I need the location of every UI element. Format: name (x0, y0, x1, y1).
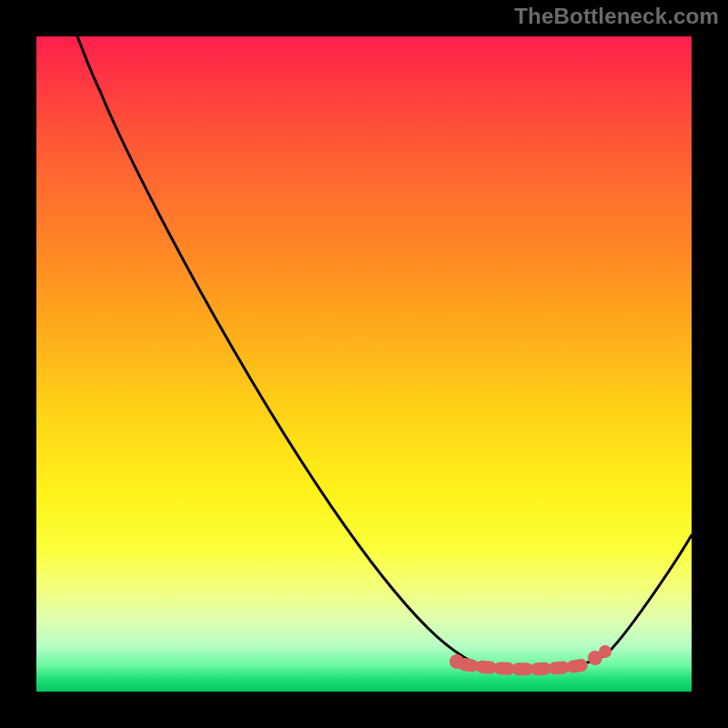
watermark-text: TheBottleneck.com (514, 4, 719, 29)
chart-stage: TheBottleneck.com (0, 0, 728, 728)
optimal-range-highlight (450, 645, 612, 669)
curve-left-branch (77, 36, 473, 662)
optimal-range-extra-dot (599, 645, 612, 658)
plot-area (36, 36, 692, 692)
optimal-range-dash (464, 664, 587, 669)
curve-layer (36, 36, 692, 692)
optimal-range-start-dot (450, 654, 464, 669)
curve-right-branch (605, 535, 692, 655)
bottleneck-curve (77, 36, 692, 667)
